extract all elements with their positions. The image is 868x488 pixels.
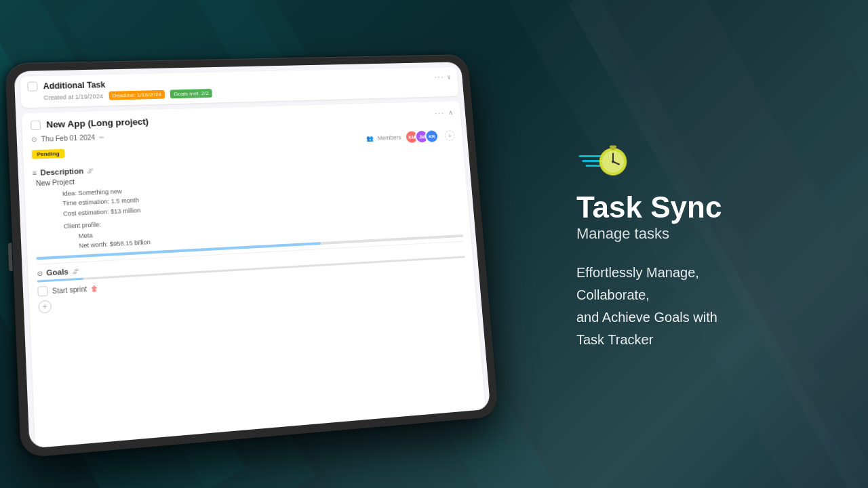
project-date: Thu Feb 01 2024: [41, 134, 96, 143]
goals-clip-icon: 🖇: [72, 267, 79, 275]
sprint-checkbox[interactable]: [37, 286, 48, 296]
desc-line-1: Effortlessly Manage,: [576, 262, 814, 284]
sprint-label: Start sprint: [52, 285, 87, 295]
desc-line-3: and Achieve Goals with: [576, 306, 814, 329]
date-edit-icon[interactable]: ✏: [99, 134, 105, 140]
description-clip-icon: 🖇: [87, 167, 94, 174]
delete-sprint-icon[interactable]: 🗑: [91, 285, 98, 293]
tablet-wrapper: Additional Task ··· ∨ Created at 1/19/20…: [5, 54, 498, 458]
project-more-icon[interactable]: ···: [435, 108, 446, 117]
project-name: New App (Long project): [46, 117, 149, 130]
app-title: Task Sync: [576, 192, 814, 222]
app-logo-icon: [576, 138, 631, 182]
task1-goals-badge: Goals met: 2/2: [170, 89, 212, 98]
add-goal-button[interactable]: +: [38, 300, 52, 314]
task1-deadline-badge: Deadline: 1/19/2024: [108, 90, 165, 100]
task1-name: Additional Task: [43, 80, 105, 91]
description-list-icon: ≡: [33, 169, 37, 176]
goals-target-icon: ⊙: [37, 269, 43, 277]
desc-line-2: Collaborate,: [576, 284, 814, 306]
goals-section: ⊙ Goals 🖇 Start sprint 🗑 +: [37, 241, 468, 314]
desc-line-4: Task Tracker: [576, 329, 814, 351]
project-checkbox[interactable]: [31, 120, 41, 130]
task1-chevron-icon[interactable]: ∨: [446, 73, 451, 80]
app-subtitle: Manage tasks: [576, 225, 814, 243]
task1-actions: ··· ∨: [434, 73, 452, 82]
task1-created: Created at 1/19/2024: [43, 93, 103, 101]
svg-rect-6: [610, 146, 616, 148]
logo-area: [576, 138, 814, 182]
project-chevron-icon[interactable]: ∧: [448, 109, 453, 116]
add-member-button[interactable]: +: [444, 130, 455, 141]
svg-point-9: [612, 161, 614, 163]
description-title: Description: [40, 167, 83, 177]
additional-task-row: Additional Task ··· ∨ Created at 1/19/20…: [20, 67, 458, 108]
tablet-screen: Additional Task ··· ∨ Created at 1/19/20…: [14, 62, 491, 448]
goals-progress-fill: [37, 278, 83, 283]
calendar-icon: ⊙: [31, 136, 37, 143]
avatar-kr: KR: [425, 129, 439, 143]
project-status-badge: Pending: [32, 149, 65, 159]
members-section: 👥 Members KM JM KR +: [366, 129, 456, 146]
members-icon: 👥: [366, 135, 374, 142]
member-avatars: KM JM KR: [404, 129, 439, 144]
app-content: Additional Task ··· ∨ Created at 1/19/20…: [14, 62, 491, 448]
goals-title: Goals: [46, 268, 68, 277]
project-card: New App (Long project) ··· ∧ ⊙ Thu Feb 0…: [22, 101, 486, 448]
task1-more-icon[interactable]: ···: [434, 73, 445, 81]
app-description: Effortlessly Manage, Collaborate, and Ac…: [576, 262, 814, 351]
tablet-device: Additional Task ··· ∨ Created at 1/19/20…: [5, 54, 498, 458]
right-panel: Task Sync Manage tasks Effortlessly Mana…: [576, 138, 814, 351]
members-label: Members: [377, 134, 401, 142]
sprint-row: Start sprint 🗑: [37, 262, 466, 297]
task1-checkbox[interactable]: [27, 81, 37, 91]
tablet-side-button: [8, 243, 13, 271]
